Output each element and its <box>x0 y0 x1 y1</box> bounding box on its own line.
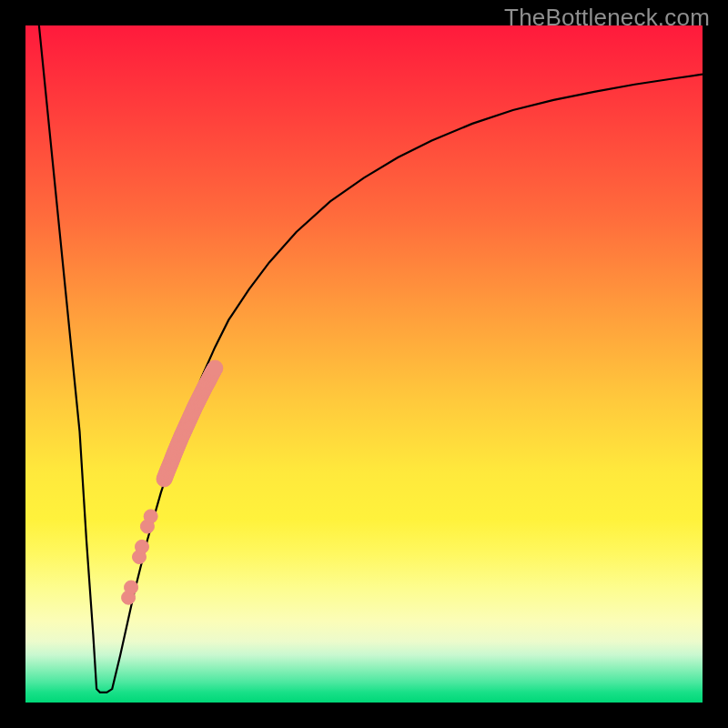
bottleneck-curve <box>39 25 703 693</box>
data-dots <box>122 360 223 604</box>
app-frame: TheBottleneck.com <box>0 0 728 728</box>
data-dot <box>144 510 157 523</box>
data-dot <box>135 540 148 553</box>
plot-area <box>25 25 703 703</box>
data-dot <box>125 581 138 594</box>
chart-svg <box>25 25 703 703</box>
data-dot <box>207 360 223 376</box>
